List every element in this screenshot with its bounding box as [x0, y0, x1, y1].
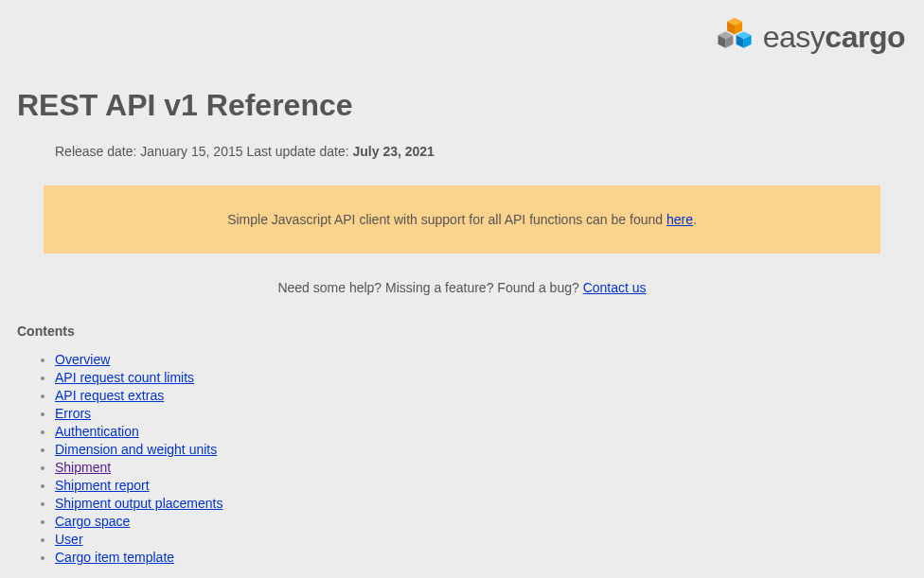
list-item: API request extras [55, 388, 907, 403]
logo[interactable]: easycargo [712, 13, 905, 61]
toc-link-overview[interactable]: Overview [55, 352, 110, 367]
list-item: Shipment output placements [55, 496, 907, 511]
contents-heading: Contents [17, 324, 907, 339]
toc-link-authentication[interactable]: Authentication [55, 424, 139, 439]
toc-link-shipment[interactable]: Shipment [55, 460, 111, 475]
toc-link-cargo-space[interactable]: Cargo space [55, 514, 130, 529]
list-item: Shipment [55, 460, 907, 475]
banner-text: Simple Javascript API client with suppor… [227, 212, 666, 227]
toc-link-user[interactable]: User [55, 532, 83, 547]
list-item: Cargo item template [55, 550, 907, 565]
toc-link-cargo-item-template[interactable]: Cargo item template [55, 550, 174, 565]
update-label: Last update date: [243, 144, 353, 159]
contents-list: Overview API request count limits API re… [55, 352, 907, 565]
list-item: Errors [55, 406, 907, 421]
header: easycargo [17, 13, 907, 61]
help-text: Need some help? Missing a feature? Found… [277, 280, 582, 295]
toc-link-units[interactable]: Dimension and weight units [55, 442, 217, 457]
logo-text: easycargo [763, 20, 905, 55]
logo-cubes-icon [712, 13, 757, 61]
notice-banner: Simple Javascript API client with suppor… [44, 185, 880, 254]
banner-suffix: . [693, 212, 697, 227]
logo-text-bold: cargo [825, 20, 905, 54]
list-item: Dimension and weight units [55, 442, 907, 457]
toc-link-request-extras[interactable]: API request extras [55, 388, 164, 403]
toc-link-errors[interactable]: Errors [55, 406, 91, 421]
list-item: Shipment report [55, 478, 907, 493]
logo-text-light: easy [763, 20, 826, 54]
contact-link[interactable]: Contact us [583, 280, 647, 295]
banner-link[interactable]: here [666, 212, 693, 227]
help-line: Need some help? Missing a feature? Found… [17, 280, 907, 295]
toc-link-shipment-report[interactable]: Shipment report [55, 478, 150, 493]
dates-line: Release date: January 15, 2015 Last upda… [55, 144, 907, 159]
list-item: Authentication [55, 424, 907, 439]
release-label: Release date: [55, 144, 140, 159]
toc-link-shipment-output[interactable]: Shipment output placements [55, 496, 222, 511]
list-item: Cargo space [55, 514, 907, 529]
list-item: Overview [55, 352, 907, 367]
release-date: January 15, 2015 [140, 144, 242, 159]
update-date: July 23, 2021 [352, 144, 434, 159]
list-item: API request count limits [55, 370, 907, 385]
page-title: REST API v1 Reference [17, 88, 907, 123]
list-item: User [55, 532, 907, 547]
toc-link-request-limits[interactable]: API request count limits [55, 370, 194, 385]
